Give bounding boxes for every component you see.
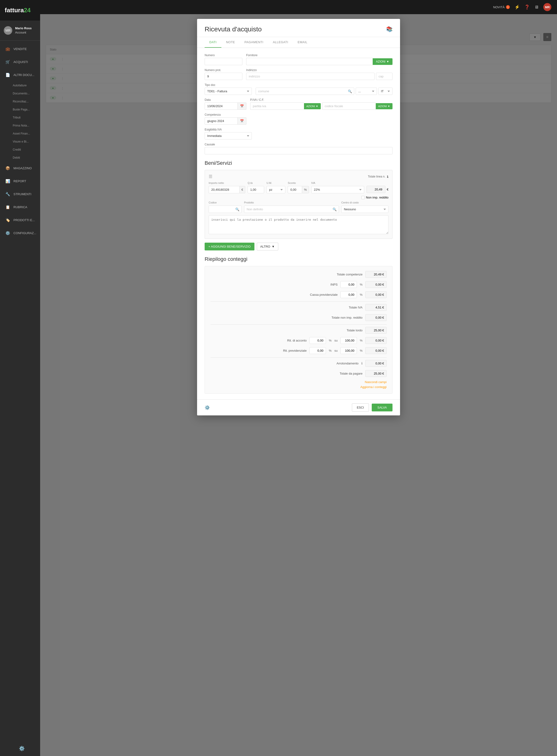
main-content: ▼ ≡ Stato ● ⋮ ● ⋮ ● ⋮ ● ⋮ ● <box>40 14 557 756</box>
sidebar-item-report[interactable]: 📊 REPORT <box>0 175 40 187</box>
user-avatar[interactable]: MR <box>543 3 551 11</box>
data-calendar-icon[interactable]: 📅 <box>238 103 246 110</box>
cap-input[interactable] <box>376 73 392 80</box>
descrizione-textarea[interactable] <box>209 215 388 234</box>
esigibilita-select[interactable]: Immediata Differita Split payment <box>205 132 252 140</box>
sidebar-sub-riconciliaz[interactable]: Riconciliaz... <box>0 97 40 106</box>
sidebar-item-rubrica[interactable]: 📋 RUBRICA <box>0 201 40 213</box>
cassa-percent-input[interactable] <box>340 291 357 298</box>
sidebar-sub-tributi[interactable]: Tributi <box>0 114 40 121</box>
sidebar-item-magazzino[interactable]: 📦 MAGAZZINO <box>0 162 40 175</box>
inps-value: 0,00 € <box>365 281 387 288</box>
beni-servizi-heading: Beni/Servizi <box>205 160 392 166</box>
azioni-fornitore-button[interactable]: AZIONI ▼ <box>373 58 392 65</box>
tipo-doc-label: Tipo doc <box>205 83 252 87</box>
arrotondamento-value: 0,00 € <box>365 360 387 367</box>
sidebar-item-strumenti[interactable]: 🔧 STRUMENTI <box>0 187 40 201</box>
centro-costo-label: Centro di costo <box>341 201 388 204</box>
sidebar-sub-crediti[interactable]: Crediti <box>0 146 40 154</box>
tab-email[interactable]: EMAIL <box>293 37 312 48</box>
codice-input[interactable] <box>209 206 242 213</box>
aggiorna-conteggi-link[interactable]: Aggiorna i conteggi <box>210 385 387 389</box>
modal-tabs: DATI NOTE PAGAMENTI ALLEGATI EMAIL <box>197 37 400 48</box>
sidebar-user[interactable]: MR Mario Ross Account <box>0 21 40 40</box>
riepilogo-row-totale-iva: Totale IVA 4,51 € <box>210 304 387 311</box>
totale-iva-label: Totale IVA <box>349 306 362 309</box>
non-imp-checkbox[interactable] <box>361 196 365 199</box>
novita-badge[interactable]: NOVITÀ 1 <box>493 5 510 9</box>
provincia-select[interactable]: ... <box>356 88 377 95</box>
numero-prot-input[interactable] <box>205 73 242 80</box>
importo-input[interactable] <box>209 186 239 193</box>
save-button[interactable]: SALVA <box>372 404 392 411</box>
sidebar-item-acquisti[interactable]: 🛒 ACQUISTI <box>0 55 40 68</box>
sidebar-menu: 💼 VENDITE 🛒 ACQUISTI 📄 ALTRI DOCU... Aut… <box>0 40 40 756</box>
paese-select[interactable]: IT <box>378 88 392 95</box>
totale-iva-value: 4,51 € <box>365 304 387 311</box>
sidebar-sub-prima-nota[interactable]: Prima Nota... <box>0 121 40 129</box>
sidebar-sub-autofatture[interactable]: Autofatture <box>0 81 40 89</box>
fornitore-label: Fornitore <box>246 54 392 57</box>
sidebar-item-configuraz[interactable]: ⚙️ CONFIGURAZ... <box>0 227 40 239</box>
modal: Ricevuta d'acquisto 📚 DATI NOTE PAGAMENT… <box>197 19 400 415</box>
azioni-piva-button[interactable]: AZIONI ▼ <box>304 103 321 109</box>
tipo-doc-select[interactable]: TD01 - Fattura TD02 - Acconto/anticipo T… <box>205 88 252 95</box>
prodotto-label: Prodotto <box>244 201 339 204</box>
sidebar-sub-buste-paga[interactable]: Buste Paga... <box>0 106 40 114</box>
tab-allegati[interactable]: ALLEGATI <box>268 37 293 48</box>
prodotto-input[interactable] <box>244 206 339 213</box>
competenza-calendar-icon[interactable]: 📅 <box>238 117 246 125</box>
rit-prev-percent-input[interactable] <box>310 347 326 354</box>
competenza-input[interactable] <box>205 117 238 125</box>
codice-label: Codice <box>209 201 242 204</box>
tab-note[interactable]: NOTE <box>222 37 240 48</box>
sidebar-item-vendite[interactable]: 💼 VENDITE <box>0 42 40 55</box>
indirizzo-input[interactable] <box>246 73 375 80</box>
sconto-input[interactable] <box>288 186 302 193</box>
sidebar-item-altri-docu[interactable]: 📄 ALTRI DOCU... <box>0 68 40 81</box>
sidebar-sub-debiti[interactable]: Debiti <box>0 154 40 162</box>
sidebar-sub-asset-finan[interactable]: Asset Finan... <box>0 129 40 138</box>
help-icon[interactable]: ❓ <box>524 4 530 10</box>
comune-input-group: 🔍 <box>256 88 354 95</box>
form-row-numero-fornitore: Numero Fornitore AZIONI ▼ <box>205 54 392 65</box>
altro-dropdown-button[interactable]: ALTRO ▼ <box>257 243 278 251</box>
causale-input[interactable] <box>205 147 392 154</box>
strumenti-icon: 🔧 <box>5 192 10 196</box>
form-row-data-piva: Data 📅 P.IVA / C.F. AZIONI ▼ <box>205 98 392 110</box>
fornitore-input[interactable] <box>246 58 373 65</box>
cf-input[interactable] <box>322 103 376 110</box>
sidebar-item-label: PRODOTTI E... <box>13 218 35 222</box>
qta-input[interactable] <box>247 186 264 193</box>
data-input[interactable] <box>205 103 238 110</box>
modal-title: Ricevuta d'acquisto <box>205 26 262 33</box>
rit-acconto-su-input[interactable] <box>340 337 357 344</box>
bookshelf-icon[interactable]: 📚 <box>386 26 392 32</box>
rit-prev-su-input[interactable] <box>340 347 357 354</box>
nascondi-campi-link[interactable]: Nascondi campi <box>210 380 387 384</box>
monitor-icon[interactable]: 🖥 <box>534 5 538 10</box>
iva-select[interactable]: 22%10%4%0% <box>311 186 364 193</box>
inps-percent-input[interactable] <box>340 281 357 288</box>
footer-gear-icon[interactable]: ⚙️ <box>205 405 210 410</box>
azioni-cf-button[interactable]: AZIONI ▼ <box>376 103 392 109</box>
totale-lordo-label: Totale lordo <box>347 328 362 332</box>
tab-pagamenti[interactable]: PAGAMENTI <box>240 37 268 48</box>
sidebar-item-prodotti[interactable]: 🏷️ PRODOTTI E... <box>0 213 40 227</box>
refresh-icon[interactable]: ⚡ <box>515 4 520 10</box>
form-group-data: Data 📅 <box>205 98 246 110</box>
exit-button[interactable]: ESCI <box>352 403 369 412</box>
drag-icon[interactable]: ☰ <box>209 174 212 179</box>
arrotondamento-info-icon[interactable]: ℹ <box>361 361 362 365</box>
aggiungi-bene-button[interactable]: + AGGIUNGI BENE/SERVIZIO <box>205 243 255 251</box>
tab-dati[interactable]: DATI <box>205 37 222 48</box>
um-select[interactable]: pzkglt <box>266 186 285 193</box>
centro-costo-select[interactable]: Nessuno <box>341 206 388 213</box>
sidebar-sub-visure-bi[interactable]: Visure e Bi... <box>0 138 40 146</box>
sidebar-sub-documento[interactable]: Documento... <box>0 89 40 97</box>
numero-input[interactable] <box>205 58 242 65</box>
rit-acconto-percent-input[interactable] <box>310 337 326 344</box>
bottom-gear-icon[interactable]: ⚙️ <box>19 746 25 751</box>
piva-input[interactable] <box>250 103 304 110</box>
comune-input[interactable] <box>256 88 354 95</box>
